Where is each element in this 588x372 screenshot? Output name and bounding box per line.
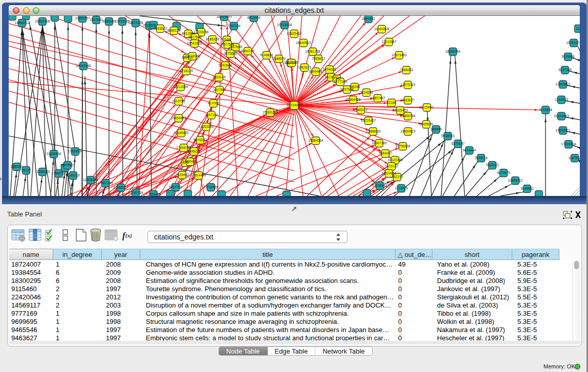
- svg-text:1588520: 1588520: [272, 57, 286, 60]
- svg-text:17359934: 17359934: [68, 149, 83, 153]
- svg-text:3875685: 3875685: [224, 52, 237, 55]
- svg-text:8660124: 8660124: [167, 29, 181, 32]
- svg-text:2867608: 2867608: [229, 45, 242, 49]
- svg-text:8454749: 8454749: [241, 49, 254, 53]
- svg-text:9474444: 9474444: [463, 148, 476, 152]
- svg-text:7663822: 7663822: [154, 27, 167, 30]
- svg-text:18640910: 18640910: [296, 41, 311, 45]
- svg-text:2935114: 2935114: [474, 156, 488, 160]
- svg-text:7485063: 7485063: [400, 68, 413, 72]
- svg-text:39137: 39137: [21, 168, 31, 172]
- svg-text:9146821: 9146821: [260, 53, 273, 57]
- svg-text:6379197: 6379197: [451, 142, 465, 145]
- svg-text:164095: 164095: [430, 127, 442, 131]
- svg-text:15716485: 15716485: [203, 185, 219, 189]
- svg-text:9329966: 9329966: [561, 55, 575, 58]
- svg-text:3267110: 3267110: [205, 113, 218, 117]
- svg-text:1167534: 1167534: [568, 156, 580, 160]
- svg-text:16543362: 16543362: [187, 41, 202, 45]
- svg-text:12975115: 12975115: [401, 83, 416, 86]
- svg-text:2803144: 2803144: [212, 75, 226, 79]
- svg-text:252214: 252214: [391, 175, 403, 179]
- svg-text:1244419: 1244419: [555, 98, 568, 101]
- svg-text:15751074: 15751074: [566, 41, 580, 45]
- svg-text:10654112: 10654112: [508, 179, 523, 182]
- svg-text:21206536: 21206536: [46, 152, 61, 156]
- svg-text:13692971: 13692971: [555, 128, 571, 132]
- svg-text:7632021: 7632021: [486, 163, 499, 167]
- svg-text:22420046: 22420046: [185, 54, 200, 58]
- svg-text:2687682: 2687682: [362, 17, 375, 20]
- svg-text:16648784: 16648784: [445, 50, 461, 53]
- svg-text:16053809: 16053809: [216, 16, 232, 18]
- svg-text:14055712: 14055712: [14, 21, 30, 25]
- svg-text:11923448: 11923448: [146, 192, 161, 196]
- svg-text:1733426: 1733426: [395, 186, 408, 190]
- svg-text:1498222: 1498222: [187, 149, 201, 153]
- svg-text:1145319: 1145319: [67, 173, 80, 177]
- svg-text:5938923: 5938923: [441, 134, 454, 138]
- svg-text:9699695: 9699695: [420, 122, 433, 126]
- svg-text:8471676: 8471676: [497, 171, 510, 174]
- svg-text:11568129: 11568129: [35, 170, 50, 173]
- svg-text:19654983: 19654983: [171, 116, 186, 120]
- svg-text:16210643: 16210643: [554, 114, 569, 118]
- svg-text:19654923: 19654923: [400, 129, 416, 133]
- svg-text:16671355: 16671355: [128, 21, 143, 25]
- svg-text:9463627: 9463627: [401, 98, 415, 102]
- svg-text:19975867: 19975867: [60, 163, 75, 167]
- svg-text:7886372: 7886372: [354, 108, 367, 112]
- svg-text:10688609: 10688609: [365, 129, 381, 133]
- svg-text:18724007: 18724007: [287, 103, 302, 107]
- svg-text:17046708: 17046708: [176, 146, 191, 149]
- svg-text:14099489: 14099489: [182, 160, 198, 163]
- svg-text:7357234: 7357234: [227, 24, 241, 28]
- svg-text:8466160: 8466160: [102, 19, 116, 23]
- svg-text:19218506: 19218506: [277, 23, 292, 27]
- svg-text:13524851: 13524851: [381, 171, 397, 175]
- svg-text:(x): (x): [125, 232, 132, 239]
- svg-text:2718129: 2718129: [180, 69, 193, 73]
- svg-text:16154808: 16154808: [374, 27, 389, 31]
- svg-text:23495764: 23495764: [400, 114, 416, 118]
- svg-text:3427552: 3427552: [213, 88, 226, 92]
- svg-text:3824554: 3824554: [360, 91, 373, 94]
- svg-text:1610755: 1610755: [172, 99, 185, 103]
- svg-text:14136141: 14136141: [372, 184, 387, 187]
- svg-text:3822037: 3822037: [285, 61, 298, 64]
- svg-text:13325419: 13325419: [287, 32, 302, 35]
- svg-text:10025433: 10025433: [393, 108, 408, 112]
- svg-text:417006: 417006: [208, 101, 219, 105]
- svg-text:25300293: 25300293: [263, 111, 278, 114]
- svg-text:1615132: 1615132: [385, 164, 398, 168]
- svg-text:9227349: 9227349: [558, 68, 572, 72]
- svg-text:18907249: 18907249: [372, 141, 387, 145]
- svg-text:1527602: 1527602: [90, 18, 103, 21]
- svg-text:8813054: 8813054: [247, 16, 260, 19]
- svg-text:8186328: 8186328: [206, 37, 219, 41]
- svg-text:15720407: 15720407: [361, 119, 376, 122]
- svg-text:16914479: 16914479: [191, 173, 206, 177]
- svg-text:9242848: 9242848: [219, 63, 232, 67]
- svg-text:12213967: 12213967: [381, 40, 397, 43]
- svg-text:8990448: 8990448: [309, 70, 322, 73]
- svg-text:19384554: 19384554: [308, 139, 323, 142]
- svg-text:9245652: 9245652: [520, 187, 534, 190]
- svg-text:10973493: 10973493: [391, 53, 407, 57]
- svg-text:62160: 62160: [387, 101, 397, 104]
- svg-text:8912954: 8912954: [182, 32, 195, 35]
- svg-text:6794028: 6794028: [323, 68, 336, 71]
- svg-text:19166825: 19166825: [173, 131, 189, 135]
- svg-text:10958117: 10958117: [114, 186, 128, 189]
- svg-text:20691406: 20691406: [35, 19, 50, 23]
- svg-text:12505135: 12505135: [83, 178, 98, 182]
- svg-text:10782759: 10782759: [128, 191, 143, 194]
- svg-text:11353594: 11353594: [199, 125, 214, 128]
- svg-text:9657791: 9657791: [169, 185, 182, 189]
- svg-text:17016504: 17016504: [561, 142, 576, 146]
- svg-text:10807487: 10807487: [370, 96, 385, 100]
- svg-text:7625402: 7625402: [176, 173, 189, 177]
- svg-text:10853257: 10853257: [75, 16, 90, 20]
- svg-text:17942717: 17942717: [51, 171, 67, 175]
- svg-text:12213369: 12213369: [173, 85, 188, 89]
